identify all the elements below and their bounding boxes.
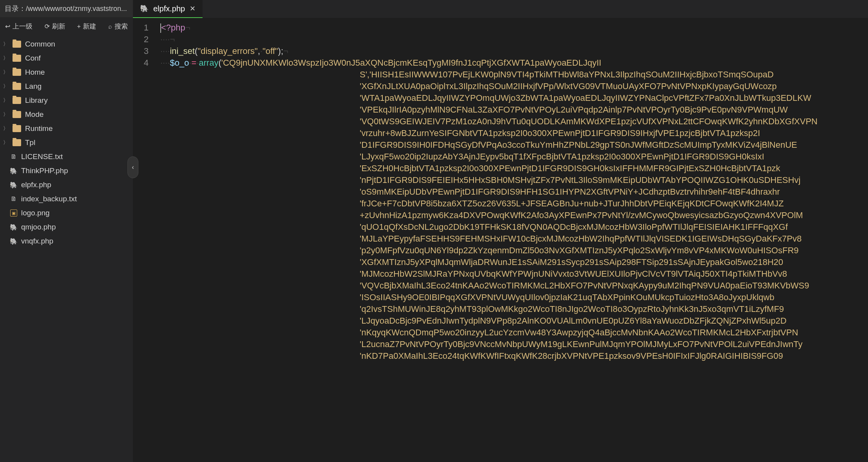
sidebar-collapse-handle[interactable]: ‹: [127, 156, 138, 178]
line-number: 4: [133, 57, 149, 69]
php-file-icon: 🐘: [10, 167, 17, 175]
search-button[interactable]: ⌕ 搜索: [105, 20, 131, 32]
search-label: 搜索: [115, 22, 128, 31]
chevron-right-icon: 〉: [3, 41, 9, 48]
folder-icon: [13, 125, 21, 132]
new-button[interactable]: + 新建: [74, 20, 99, 32]
file-license[interactable]: 🗎 LICENSE.txt: [0, 150, 133, 164]
code-area[interactable]: 1 2 3 4 <?php¬····¬····ini_set("display_…: [133, 18, 868, 462]
file-label: vnqfx.php: [21, 237, 53, 245]
folder-icon: [13, 41, 21, 48]
php-file-icon: 🐘: [10, 223, 17, 231]
file-logo[interactable]: ▣ logo.png: [0, 206, 133, 220]
chevron-right-icon: 〉: [3, 55, 9, 62]
php-file-icon: 🐘: [10, 181, 17, 189]
new-label: 新建: [83, 22, 96, 31]
folder-conf[interactable]: 〉 Conf: [0, 51, 133, 65]
file-label: qmjoo.php: [21, 223, 56, 231]
folder-runtime[interactable]: 〉 Runtime: [0, 122, 133, 136]
file-vnqfx[interactable]: 🐘 vnqfx.php: [0, 234, 133, 248]
line-number: 3: [133, 45, 149, 57]
close-icon[interactable]: ✕: [190, 4, 195, 13]
chevron-right-icon: 〉: [3, 69, 9, 76]
line-number: 1: [133, 22, 149, 34]
up-arrow-icon: ↩: [5, 23, 10, 30]
folder-label: Library: [25, 96, 48, 105]
refresh-button[interactable]: ⟳ 刷新: [41, 20, 68, 32]
chevron-right-icon: 〉: [3, 97, 9, 104]
folder-label: Tpl: [25, 138, 35, 147]
up-level-button[interactable]: ↩ 上一级: [2, 20, 36, 32]
up-level-label: 上一级: [13, 22, 32, 31]
plus-icon: +: [77, 23, 81, 30]
file-label: LICENSE.txt: [21, 152, 63, 161]
file-elpfx[interactable]: 🐘 elpfx.php: [0, 178, 133, 192]
folder-icon: [13, 83, 21, 90]
folder-icon: [13, 55, 21, 62]
chevron-right-icon: 〉: [3, 83, 9, 90]
folder-home[interactable]: 〉 Home: [0, 65, 133, 79]
file-label: logo.png: [21, 209, 50, 217]
chevron-right-icon: 〉: [3, 139, 9, 146]
refresh-icon: ⟳: [45, 23, 50, 30]
sidebar-toolbar: ↩ 上一级 ⟳ 刷新 + 新建 ⌕ 搜索: [0, 17, 133, 36]
folder-common[interactable]: 〉 Common: [0, 37, 133, 51]
folder-icon: [13, 111, 21, 118]
folder-icon: [13, 97, 21, 104]
directory-path-header: 目录：/www/wwwroot/znmy.vaststron...: [0, 0, 133, 17]
code-content[interactable]: <?php¬····¬····ini_set("display_errors",…: [156, 18, 868, 462]
file-tree: 〉 Common 〉 Conf 〉 Home 〉 Lang 〉: [0, 36, 133, 462]
file-qmjoo[interactable]: 🐘 qmjoo.php: [0, 220, 133, 234]
folder-icon: [13, 139, 21, 146]
tab-label: elpfx.php: [153, 4, 185, 13]
chevron-right-icon: 〉: [3, 125, 9, 132]
php-file-icon: 🐘: [10, 237, 17, 245]
folder-label: Home: [25, 68, 45, 77]
line-number-gutter: 1 2 3 4: [133, 18, 156, 462]
folder-tpl[interactable]: 〉 Tpl: [0, 136, 133, 150]
file-index-backup[interactable]: 🗎 index_backup.txt: [0, 192, 133, 206]
sidebar: 目录：/www/wwwroot/znmy.vaststron... ↩ 上一级 …: [0, 0, 133, 462]
folder-label: Conf: [25, 54, 41, 63]
folder-icon: [13, 69, 21, 76]
text-file-icon: 🗎: [10, 153, 17, 161]
line-number: 2: [133, 34, 149, 45]
refresh-label: 刷新: [52, 22, 65, 31]
folder-label: Runtime: [25, 124, 53, 133]
search-icon: ⌕: [108, 23, 112, 30]
folder-label: Mode: [25, 110, 44, 119]
folder-mode[interactable]: 〉 Mode: [0, 107, 133, 122]
file-label: elpfx.php: [21, 181, 51, 189]
tab-elpfx[interactable]: 🐘 elpfx.php ✕: [133, 0, 203, 18]
file-label: ThinkPHP.php: [21, 167, 68, 175]
folder-library[interactable]: 〉 Library: [0, 93, 133, 107]
tabs-bar: 🐘 elpfx.php ✕: [133, 0, 868, 18]
text-file-icon: 🗎: [10, 195, 17, 203]
chevron-right-icon: 〉: [3, 111, 9, 118]
editor-area: ‹ 🐘 elpfx.php ✕ 1 2 3 4 <?php¬····¬····i…: [133, 0, 868, 462]
image-file-icon: ▣: [10, 210, 17, 217]
folder-label: Lang: [25, 82, 41, 91]
file-label: index_backup.txt: [21, 195, 77, 203]
file-thinkphp[interactable]: 🐘 ThinkPHP.php: [0, 164, 133, 178]
php-file-icon: 🐘: [140, 4, 149, 13]
folder-lang[interactable]: 〉 Lang: [0, 79, 133, 93]
folder-label: Common: [25, 40, 55, 48]
